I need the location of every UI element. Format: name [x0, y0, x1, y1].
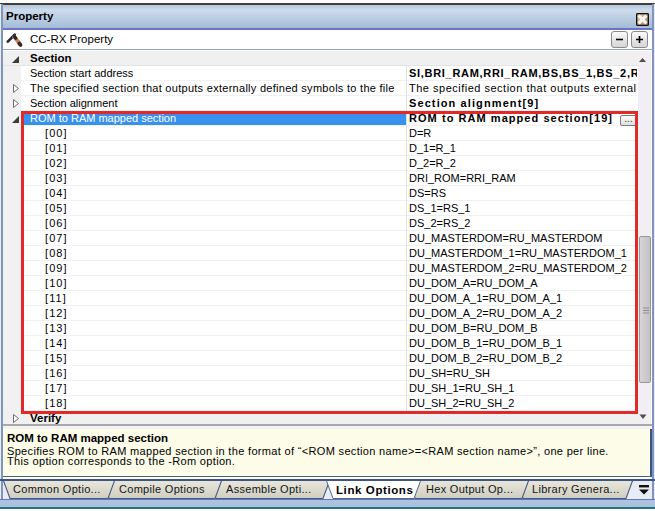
svg-text:Compile Options: Compile Options	[119, 483, 205, 495]
svg-text:Link Options: Link Options	[336, 483, 413, 495]
svg-text:Common Optio...: Common Optio...	[13, 483, 101, 495]
svg-text:Hex Output Op...: Hex Output Op...	[426, 483, 513, 495]
svg-text:Library Genera...: Library Genera...	[532, 483, 620, 495]
svg-text:Assemble Opti...: Assemble Opti...	[226, 483, 312, 495]
